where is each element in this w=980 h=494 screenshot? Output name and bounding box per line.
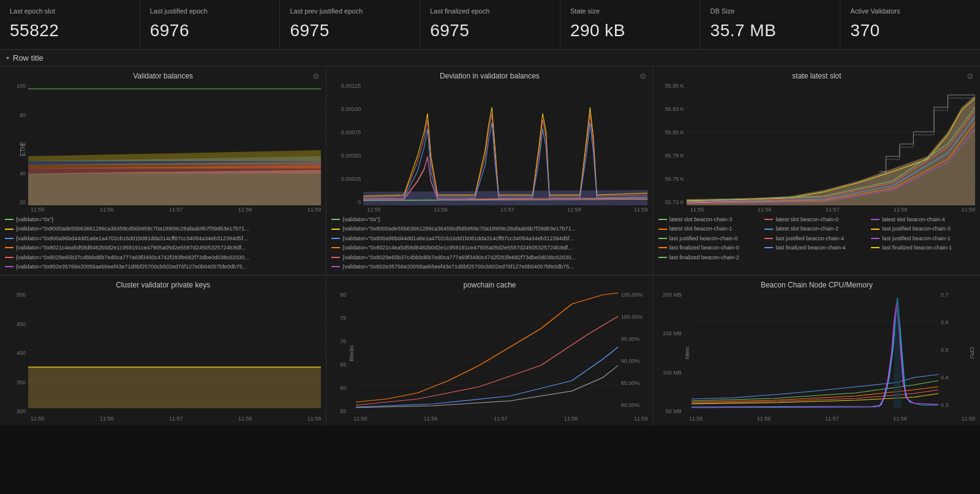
- beacon-cpu-title: Beacon Chain Node CPU/Memory: [658, 281, 975, 289]
- cluster-validator-chart-inner: 500 450 400 350 300: [5, 292, 321, 414]
- cpu-y-label: CPU: [969, 347, 975, 359]
- stat-label-last-justified-epoch: Last justified epoch: [150, 7, 270, 15]
- beacon-cpu-svg: [692, 292, 938, 408]
- legend-item: {validator="0x8029e65b37c4bbbd6b7ed0ca77…: [5, 253, 321, 262]
- powchain-cache-title: powchain cache: [331, 281, 647, 289]
- legend-item: last justified beacon-chain-4: [764, 234, 869, 243]
- legend-color: [5, 247, 13, 248]
- cluster-validator-x-axis: 11:55 11:56 11:57 11:58 11:59: [5, 416, 321, 422]
- stat-label-last-finalized-epoch: Last finalized epoch: [430, 7, 550, 15]
- legend-color: [764, 247, 773, 248]
- legend-color: [331, 266, 340, 267]
- state-latest-slot-svg: [687, 83, 975, 205]
- chevron-down-icon: ▾: [6, 55, 9, 61]
- legend-color: [331, 238, 340, 239]
- stat-label-db-size: DB Size: [710, 7, 831, 15]
- state-latest-slot-chart-inner: 55.85 K 55.83 K 55.80 K 55.78 K 55.75 K …: [658, 83, 975, 205]
- stat-value-last-epoch-slot: 55822: [10, 21, 130, 40]
- charts-grid-top: Validator balances ⚙ 100 80 60 40 20 ETH: [0, 67, 980, 276]
- legend-color: [658, 219, 667, 220]
- deviation-title: Deviation in validator balances: [331, 72, 647, 80]
- legend-color: [331, 219, 340, 220]
- legend-item: {validator="0x8021c4ea5d58d8482b0d2e1c95…: [331, 243, 647, 252]
- legend-item: {validator="0x8000ade55b63661286ca36459c…: [5, 224, 321, 233]
- state-latest-slot-y-axis: 55.85 K 55.83 K 55.80 K 55.78 K 55.75 K …: [658, 83, 687, 205]
- beacon-mem-label: Mem: [684, 292, 690, 414]
- beacon-cpu-x-axis: 11:55 11:56 11:57 11:58 11:59: [658, 416, 975, 422]
- stat-value-active-validators: 370: [850, 21, 970, 40]
- legend-item: latest slot beacon-chain-0: [764, 215, 869, 224]
- legend-item: {validator="0x802e35766e20056aeb5eef43e7…: [331, 262, 647, 270]
- legend-item: last finalized beacon-chain-0: [658, 243, 763, 252]
- gear-icon[interactable]: ⚙: [312, 72, 320, 81]
- validator-balances-svg: [28, 83, 321, 205]
- legend-color: [5, 238, 13, 239]
- legend-item: last justified beacon-chain-1: [871, 234, 975, 243]
- legend-color: [331, 247, 340, 248]
- state-latest-slot-x-axis: 11:55 11:56 11:57 11:58 11:59: [658, 207, 975, 213]
- legend-color: [5, 257, 13, 258]
- cluster-validator-panel: Cluster validator private keys 500 450 4…: [0, 276, 326, 425]
- stat-value-last-prev-justified-epoch: 6975: [290, 21, 410, 40]
- stat-card-last-prev-justified-epoch: Last prev justified epoch 6975: [280, 0, 420, 49]
- legend-item: {validator="0x"}: [331, 215, 647, 224]
- blocks-y-label: Blocks: [349, 345, 355, 362]
- legend-color: [871, 219, 880, 220]
- stat-card-active-validators: Active Validators 370: [840, 0, 980, 49]
- deviation-x-axis: 11:55 11:56 11:57 11:58 11:59: [331, 207, 647, 213]
- legend-color: [331, 229, 340, 230]
- validator-balances-legend: {validator="0x"} {validator="0x8000ade55…: [5, 215, 321, 270]
- deviation-svg: [363, 83, 647, 205]
- powchain-x-axis: 11:55 11:56 11:57 11:58 11:59: [331, 416, 647, 422]
- legend-color: [871, 247, 880, 248]
- stat-label-state-size: State size: [570, 7, 690, 15]
- stat-card-db-size: DB Size 35.7 MB: [701, 0, 841, 49]
- row-title-bar[interactable]: ▾ Row title: [0, 50, 980, 67]
- beacon-cpu-label: CPU: [969, 292, 975, 414]
- stat-label-last-prev-justified-epoch: Last prev justified epoch: [290, 7, 410, 15]
- charts-grid-bottom: Cluster validator private keys 500 450 4…: [0, 276, 980, 425]
- legend-color: [658, 247, 667, 248]
- cluster-validator-y-axis: 500 450 400 350 300: [5, 292, 28, 414]
- legend-item: {validator="0x8000ade55b63661286ca36459c…: [331, 224, 647, 233]
- stat-card-last-justified-epoch: Last justified epoch 6976: [140, 0, 281, 49]
- state-latest-slot-legend: latest slot beacon-chain-3 latest slot b…: [658, 215, 975, 262]
- legend-item: latest slot beacon-chain-3: [658, 215, 763, 224]
- legend-item: latest slot beacon-chain-1: [658, 224, 763, 233]
- powchain-cache-panel: powchain cache 80 75 70 65 60 55 Blocks: [326, 276, 653, 425]
- legend-color: [764, 229, 773, 230]
- mem-y-label: Mem: [684, 347, 690, 359]
- legend-color: [5, 219, 13, 220]
- beacon-cpu-chart-inner: 200 MB 150 MB 100 MB 50 MB Mem: [658, 292, 975, 414]
- legend-color: [871, 229, 880, 230]
- stat-card-state-size: State size 290 kB: [560, 0, 701, 49]
- legend-color: [871, 238, 880, 239]
- legend-item: last justified beacon-chain-0: [658, 234, 763, 243]
- deviation-legend: {validator="0x"} {validator="0x8000ade55…: [331, 215, 647, 270]
- stat-card-last-finalized-epoch: Last finalized epoch 6975: [420, 0, 560, 49]
- stat-value-db-size: 35.7 MB: [710, 21, 831, 40]
- y-label-eth: ETH: [20, 144, 26, 156]
- legend-color: [764, 238, 773, 239]
- legend-item: last justified beacon-chain-3: [871, 224, 975, 233]
- validator-balances-panel: Validator balances ⚙ 100 80 60 40 20 ETH: [0, 67, 326, 275]
- legend-item: {validator="0x800a96bd44dd1a6e1a4702cb16…: [331, 234, 647, 243]
- stat-value-last-finalized-epoch: 6975: [430, 21, 550, 40]
- stat-value-state-size: 290 kB: [570, 21, 690, 40]
- legend-color: [658, 229, 667, 230]
- stat-card-last-epoch-slot: Last epoch slot 55822: [0, 0, 140, 49]
- legend-item: last finalized beacon-chain-1: [871, 243, 975, 252]
- beacon-y-axis-right: 0.7 0.6 0.5 0.4 0.3: [938, 292, 968, 408]
- legend-item: last finalized beacon-chain-2: [658, 253, 763, 262]
- deviation-chart-inner: 0.00125 0.00100 0.00075 0.00050 0.00025 …: [331, 83, 647, 205]
- legend-color: [5, 229, 13, 230]
- gear-icon[interactable]: ⚙: [967, 72, 974, 81]
- stats-bar: Last epoch slot 55822 Last justified epo…: [0, 0, 980, 50]
- stat-value-last-justified-epoch: 6976: [150, 21, 270, 40]
- validator-balances-chart-inner: 100 80 60 40 20 ETH: [5, 83, 321, 205]
- deviation-y-axis: 0.00125 0.00100 0.00075 0.00050 0.00025 …: [331, 83, 363, 205]
- gear-icon[interactable]: ⚙: [639, 72, 647, 81]
- validator-balances-title: Validator balances: [5, 72, 321, 80]
- legend-color: [331, 257, 340, 258]
- legend-item: {validator="0x8029e65b37c4bbbd6b7ed0ca77…: [331, 253, 647, 262]
